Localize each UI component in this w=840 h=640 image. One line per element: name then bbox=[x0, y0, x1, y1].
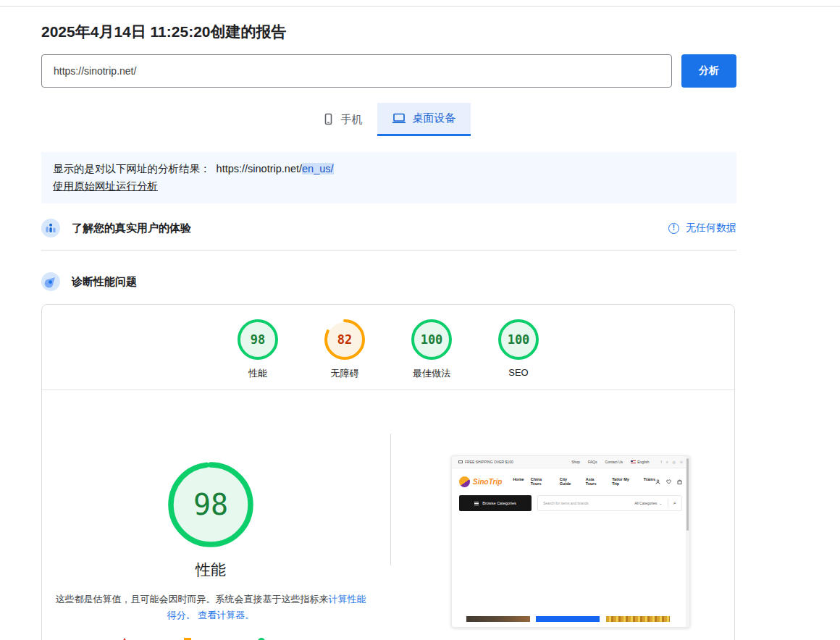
preview-yellow-image-strip bbox=[606, 616, 670, 622]
x-icon: x bbox=[666, 460, 668, 464]
score-label: 最佳做法 bbox=[413, 367, 450, 380]
preview-nav-asia-tours: Asia Tours bbox=[586, 477, 605, 486]
mail-icon bbox=[458, 460, 463, 463]
category-scores-row: 98 性能 82 无障碍 bbox=[42, 319, 734, 380]
cart-bag-icon bbox=[677, 479, 682, 484]
score-label: 无障碍 bbox=[331, 367, 359, 380]
preview-nav-city-guide: City Guide bbox=[560, 477, 579, 486]
analyze-button[interactable]: 分析 bbox=[681, 54, 736, 88]
score-label: SEO bbox=[508, 367, 528, 378]
preview-nav-home: Home bbox=[513, 477, 524, 486]
view-calculator-link[interactable]: 查看计算器。 bbox=[198, 610, 254, 620]
us-flag-icon bbox=[631, 460, 636, 463]
tab-mobile-label: 手机 bbox=[341, 113, 363, 127]
info-icon[interactable]: ! bbox=[668, 223, 679, 234]
preview-nav-trains: Trains bbox=[644, 477, 655, 486]
preview-language: English bbox=[637, 460, 649, 464]
browse-categories-button: Browse Categories bbox=[459, 495, 532, 511]
device-tabs: 手机 桌面设备 bbox=[41, 103, 736, 136]
preview-blue-image-strip bbox=[536, 616, 600, 622]
pinterest-icon: ⊙ bbox=[680, 460, 683, 464]
real-user-section-title: 了解您的真实用户的体验 bbox=[72, 222, 191, 235]
score-value: 100 bbox=[411, 319, 452, 360]
card-divider bbox=[42, 390, 734, 390]
preview-brand: SinoTrip bbox=[473, 478, 502, 486]
preview-nav-tailor: Tailor My Trip bbox=[612, 477, 637, 486]
tab-mobile[interactable]: 手机 bbox=[308, 103, 377, 136]
preview-topbar: FREE SHIPPING OVER $100 Shop FAQs Contac… bbox=[452, 456, 689, 468]
section-divider bbox=[41, 250, 736, 250]
performance-label: 性能 bbox=[42, 560, 379, 580]
analyzed-url-line: 显示的是对以下网址的分析结果： https://sinotrip.net/en_… bbox=[53, 160, 725, 177]
desktop-icon bbox=[392, 112, 406, 125]
sinotrip-logo-icon bbox=[459, 476, 470, 487]
diagnostics-section-header: 诊断性能问题 bbox=[41, 271, 736, 292]
performance-score-value: 98 bbox=[168, 462, 253, 547]
url-input[interactable] bbox=[41, 54, 672, 88]
facebook-icon: f bbox=[661, 460, 662, 464]
preview-link-contact: Contact Us bbox=[605, 460, 623, 464]
wishlist-heart-icon bbox=[666, 479, 671, 484]
account-icon bbox=[655, 479, 660, 484]
site-screenshot-thumbnail[interactable]: FREE SHIPPING OVER $100 Shop FAQs Contac… bbox=[451, 455, 690, 628]
preview-category-select: All Categories bbox=[634, 501, 657, 505]
diagnose-compass-icon bbox=[41, 272, 60, 291]
preview-header: SinoTrip Home China Tours City Guide Asi… bbox=[452, 468, 689, 494]
analyzed-url-base: https://sinotrip.net/ bbox=[217, 163, 302, 174]
page-title: 2025年4月14日 11:25:20创建的报告 bbox=[41, 22, 287, 42]
report-card: 98 性能 82 无障碍 bbox=[41, 304, 735, 640]
preview-nav: Home China Tours City Guide Asia Tours T… bbox=[513, 477, 655, 486]
preview-search-placeholder: Search for items and brands bbox=[543, 501, 589, 505]
preview-search-row: Browse Categories Search for items and b… bbox=[452, 494, 689, 512]
score-value: 100 bbox=[498, 319, 539, 360]
users-metrics-icon bbox=[41, 219, 60, 237]
score-value: 98 bbox=[238, 319, 278, 360]
chevron-down-icon: ⌄ bbox=[659, 501, 662, 505]
preview-shipping-text: FREE SHIPPING OVER $100 bbox=[465, 460, 513, 464]
rerun-original-url-link[interactable]: 使用原始网址运行分析 bbox=[53, 180, 158, 192]
score-gauge-best-practices[interactable]: 100 最佳做法 bbox=[411, 319, 452, 380]
score-gauge-accessibility[interactable]: 82 无障碍 bbox=[324, 319, 365, 380]
score-label: 性能 bbox=[248, 367, 267, 380]
analyzed-url-highlight: en_us/ bbox=[302, 163, 334, 174]
instagram-icon: ◎ bbox=[672, 460, 675, 464]
search-icon: ⌕ bbox=[673, 500, 676, 507]
pagespeed-report-page: 2025年4月14日 11:25:20创建的报告 分析 手机 桌面设备 bbox=[0, 0, 840, 640]
diagnostics-section-title: 诊断性能问题 bbox=[72, 275, 137, 289]
performance-main-gauge: 98 bbox=[168, 462, 253, 547]
score-value: 82 bbox=[324, 319, 365, 360]
url-analyze-row: 分析 bbox=[41, 54, 736, 88]
tab-desktop-label: 桌面设备 bbox=[413, 111, 456, 125]
preview-scrollbar-thumb bbox=[686, 458, 689, 531]
preview-search-box: Search for items and brands All Categori… bbox=[537, 495, 682, 511]
phone-icon bbox=[322, 113, 335, 126]
analyzed-url-banner: 显示的是对以下网址的分析结果： https://sinotrip.net/en_… bbox=[41, 152, 736, 203]
performance-caption: 这些都是估算值，且可能会因时而异。系统会直接基于这些指标来计算性能得分。 查看计… bbox=[51, 591, 370, 623]
real-user-section-header: 了解您的真实用户的体验 ! 无任何数据 bbox=[41, 217, 736, 239]
no-data-link[interactable]: 无任何数据 bbox=[686, 222, 736, 235]
score-gauge-seo[interactable]: 100 SEO bbox=[498, 319, 539, 380]
hamburger-icon bbox=[474, 502, 479, 505]
score-gauge-performance[interactable]: 98 性能 bbox=[238, 319, 278, 380]
preview-nav-china-tours: China Tours bbox=[531, 477, 553, 486]
header-bottom-rule bbox=[0, 6, 840, 7]
tab-desktop[interactable]: 桌面设备 bbox=[377, 103, 471, 136]
preview-link-faqs: FAQs bbox=[588, 460, 597, 464]
preview-hero-image-strip bbox=[466, 616, 530, 622]
preview-logo: SinoTrip bbox=[459, 476, 502, 487]
panel-divider bbox=[390, 434, 391, 565]
preview-link-shop: Shop bbox=[571, 460, 580, 464]
